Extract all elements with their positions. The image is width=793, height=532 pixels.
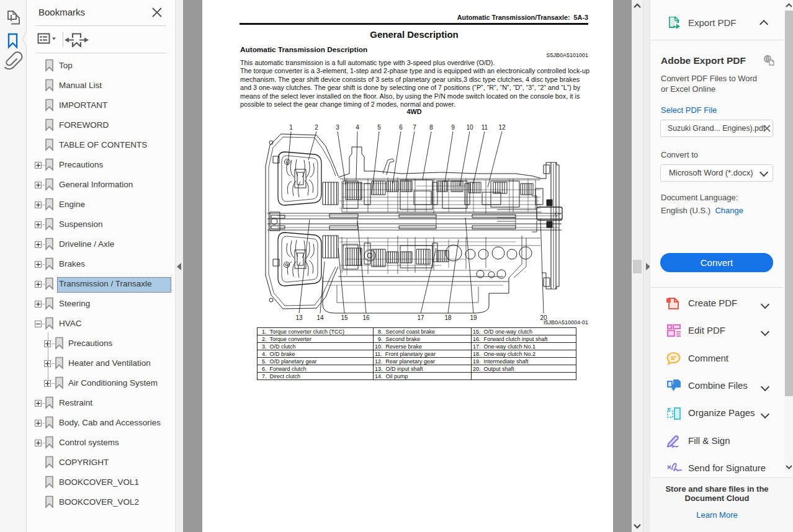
svg-text:12: 12 <box>498 124 506 131</box>
svg-text:2: 2 <box>315 124 318 131</box>
svg-text:1: 1 <box>289 124 293 131</box>
svg-text:9: 9 <box>451 124 455 131</box>
svg-text:6: 6 <box>399 124 403 131</box>
svg-text:8: 8 <box>429 124 433 131</box>
svg-text:4: 4 <box>356 124 359 131</box>
svg-text:5: 5 <box>377 124 381 131</box>
svg-text:3: 3 <box>336 124 339 131</box>
svg-text:10: 10 <box>466 124 473 131</box>
svg-text:11: 11 <box>482 124 488 131</box>
svg-text:7: 7 <box>413 124 416 131</box>
